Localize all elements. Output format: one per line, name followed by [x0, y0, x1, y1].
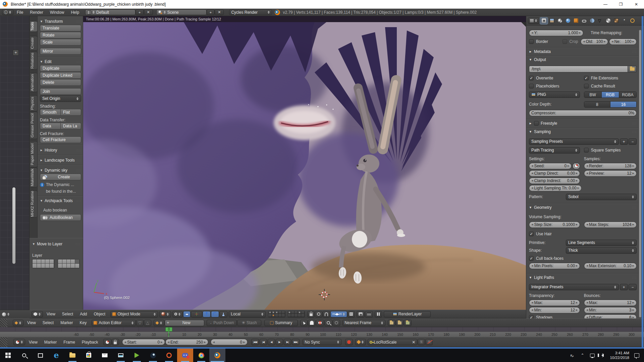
layer-cell[interactable]	[291, 311, 294, 314]
layer-cell[interactable]	[268, 314, 272, 317]
layer-cell[interactable]	[275, 311, 278, 314]
taskbar-search-button[interactable]	[16, 349, 32, 362]
manipulator-translate-button[interactable]	[203, 311, 211, 317]
render-samples-field[interactable]: ◀Render:128▶	[584, 163, 637, 169]
duplicate-linked-button[interactable]: Duplicate Linked	[40, 72, 81, 79]
taskbar-chrome[interactable]	[193, 349, 209, 362]
new-framerate-field[interactable]: ◀Ne:100▶	[609, 39, 637, 45]
clamp-indirect-field[interactable]: ◀Clamp Indirect:0.00▶	[529, 178, 580, 184]
manipulator-axes-button[interactable]	[191, 311, 202, 317]
snap-element-dropdown[interactable]: H◀▶H	[330, 311, 347, 317]
active-keying-set-field[interactable]: LocRotScale✕	[368, 339, 417, 345]
properties-tab-scene-icon[interactable]	[556, 17, 564, 24]
layer-cell[interactable]	[298, 314, 301, 317]
taskbar-clock[interactable]: 3:41 AM 10/22/2018	[610, 351, 629, 360]
duplicate-button[interactable]: Duplicate	[40, 65, 81, 72]
shelf-tab-tools[interactable]: Tools	[30, 21, 38, 32]
viewport-layers-grid-2[interactable]	[287, 311, 305, 317]
dope-editor-type-dropdown[interactable]	[13, 320, 23, 326]
properties-tab-modifiers-icon[interactable]	[588, 17, 596, 24]
layer-cell[interactable]	[278, 314, 282, 317]
menu-frame[interactable]: Frame	[60, 340, 78, 345]
play-reverse-button[interactable]: ◀	[268, 339, 275, 345]
action-center-icon[interactable]	[634, 353, 639, 358]
action-id-dropdown[interactable]	[154, 320, 164, 326]
taskbar-mail[interactable]	[97, 349, 113, 362]
shelf-tab-animation[interactable]: Animation	[30, 73, 38, 92]
properties-tab-object-data-icon[interactable]: ▽	[596, 17, 604, 24]
color-mode-toggle[interactable]: BWRGBRGBA	[584, 92, 637, 98]
taskbar-file-explorer[interactable]	[64, 349, 80, 362]
layer-cell[interactable]	[288, 314, 291, 317]
delete-button[interactable]: Delete	[40, 79, 81, 86]
filter-errors-button[interactable]	[316, 320, 324, 326]
manipulator-rotate-button[interactable]	[211, 311, 219, 317]
panel-edit[interactable]: ▼Edit::::	[40, 58, 81, 65]
integrator-presets-dropdown[interactable]: Integrator Presets	[529, 284, 619, 290]
filter-selected-button[interactable]	[300, 320, 308, 326]
screen-layout-add-button[interactable]: +	[136, 9, 144, 15]
layer-cell[interactable]	[58, 259, 62, 264]
add-integrator-preset-button[interactable]: +	[620, 284, 628, 290]
max-extension-field[interactable]: ◀Max Extension:0.10▶	[584, 263, 637, 269]
properties-tab-world-icon[interactable]	[564, 17, 572, 24]
border-checkbox[interactable]: Border	[529, 39, 562, 44]
current-frame-field[interactable]: ◀0▶	[211, 339, 248, 345]
shade-flat-button[interactable]: Flat	[61, 109, 81, 116]
layer-cell[interactable]	[71, 259, 75, 264]
layer-cell[interactable]	[288, 311, 291, 314]
taskbar-nvidia[interactable]	[129, 349, 145, 362]
menu-window[interactable]: Window	[47, 10, 68, 15]
start-button[interactable]	[0, 349, 16, 362]
layer-grid-2[interactable]	[58, 259, 80, 268]
bounces-min-field[interactable]: ◀Min:3▶	[584, 307, 637, 313]
layer-cell[interactable]	[75, 259, 79, 264]
panel-history[interactable]: ►History::::	[40, 147, 81, 153]
copy-keyframes-button[interactable]	[388, 320, 395, 326]
properties-scrollbar[interactable]	[639, 29, 642, 318]
depth-16-option[interactable]: 16	[610, 102, 636, 107]
people-icon[interactable]: ꝶ	[570, 353, 575, 358]
menu-add[interactable]: Add	[76, 312, 90, 316]
properties-tab-texture-icon[interactable]	[612, 17, 620, 24]
menu-render[interactable]: Render	[26, 10, 46, 15]
new-action-button[interactable]: +New	[165, 320, 204, 326]
scale-button[interactable]: Scale	[40, 39, 81, 46]
render-opengl-button[interactable]	[357, 311, 365, 317]
tray-expand-chevron-icon[interactable]: ⌃	[580, 353, 585, 358]
data-layout-button[interactable]: Data La	[61, 123, 81, 129]
editor-type-info-icon[interactable]: i	[2, 9, 13, 15]
viewport-corner-widget[interactable]	[521, 22, 526, 27]
panel-metadata[interactable]: ►Metadata::::	[529, 49, 637, 55]
panel-archipack-tools[interactable]: ▼Archipack Tools::::	[40, 197, 81, 204]
crop-checkbox[interactable]: Crop	[562, 39, 581, 44]
layer-cell[interactable]	[272, 311, 275, 314]
manipulator-scale-button[interactable]	[219, 311, 227, 317]
menu-view[interactable]: View	[43, 312, 59, 316]
scene-close-button[interactable]: ✕	[215, 9, 224, 15]
properties-tab-render-layers-icon[interactable]	[548, 17, 556, 24]
compression-slider[interactable]: Compression:0%	[529, 110, 637, 116]
area-corner-grip-2[interactable]	[0, 337, 7, 348]
screen-layout-selector[interactable]: Default	[85, 9, 136, 15]
layer-cell[interactable]	[272, 314, 275, 317]
seed-field[interactable]: ◀Seed:0▶	[529, 163, 572, 169]
properties-tab-constraints-icon[interactable]	[580, 17, 588, 24]
menu-playback[interactable]: Playback	[78, 340, 102, 345]
shelf-tab-makewalk[interactable]: MakeWalk	[30, 168, 38, 187]
lock-time-cursor-button[interactable]	[112, 339, 119, 345]
action-down-button[interactable]: ▽	[136, 320, 144, 326]
render-engine-selector[interactable]: Cycles Render	[229, 9, 272, 15]
scene-selector[interactable]: Scene	[156, 9, 207, 15]
dynamic-sky-create-button[interactable]: Create	[40, 174, 81, 180]
square-samples-checkbox[interactable]: Square Samples	[584, 148, 637, 153]
resolution-y-field[interactable]: ◀Y:1.000▶	[529, 30, 583, 36]
paste-flipped-button[interactable]	[404, 320, 412, 326]
timeline-editor-type-dropdown[interactable]	[13, 339, 25, 345]
old-framerate-field[interactable]: ◀Old:100▶	[581, 39, 608, 45]
previous-keyframe-button[interactable]: |◀	[260, 339, 267, 345]
transparency-min-field[interactable]: ◀Min:12▶	[529, 307, 580, 313]
pause-render-button[interactable]	[375, 311, 382, 317]
layer-cell[interactable]	[71, 264, 75, 268]
browse-output-button[interactable]	[628, 66, 637, 72]
